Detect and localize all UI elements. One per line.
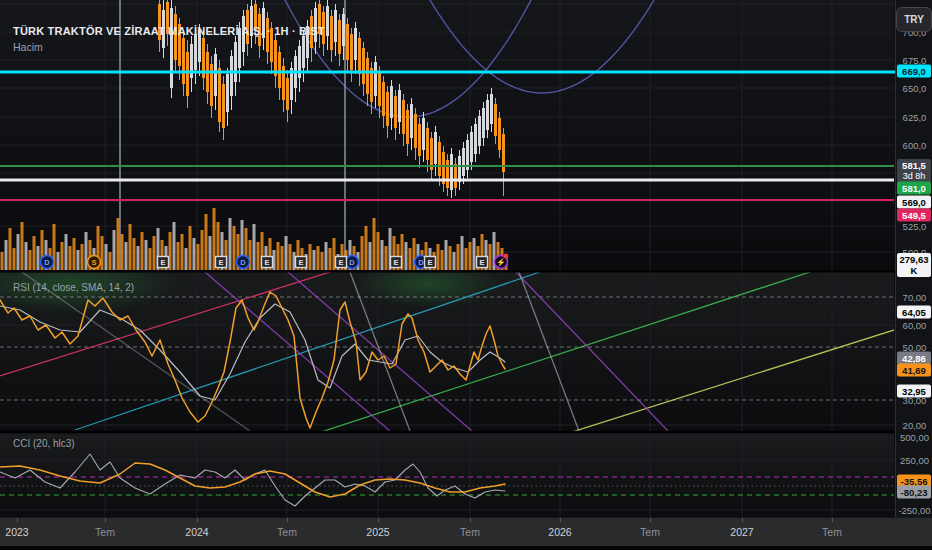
candle-body: [194, 34, 197, 70]
candle-body: [454, 164, 457, 188]
volume-bar: [21, 222, 24, 270]
earnings-marker-icon[interactable]: E: [158, 257, 169, 268]
chart-canvas[interactable]: DSEEDEEDEDEEE⚡: [0, 0, 932, 550]
volume-bar: [317, 246, 320, 270]
earnings-marker-icon[interactable]: E: [216, 257, 227, 268]
volume-bar: [73, 238, 76, 270]
volume-bar: [329, 248, 332, 270]
time-axis-label: 2027: [730, 526, 753, 538]
volume-bar: [313, 250, 316, 270]
volume-bar: [257, 242, 260, 270]
candle-body: [318, 4, 321, 34]
volume-bar: [469, 242, 472, 270]
time-tick: [832, 518, 833, 522]
axis-price-badge: 64,05: [897, 306, 931, 319]
candle-body: [362, 48, 365, 84]
volume-bar: [133, 238, 136, 270]
time-tick: [470, 518, 471, 522]
candle-body: [330, 16, 333, 50]
volume-bar: [61, 242, 64, 270]
candle-body: [314, 8, 317, 42]
earnings-marker-icon[interactable]: E: [477, 257, 488, 268]
volume-bar: [457, 244, 460, 270]
time-axis-label: Tem: [640, 526, 660, 538]
axis-price-badge: 32,95: [897, 385, 931, 398]
svg-text:E: E: [218, 258, 223, 267]
volume-bar: [321, 252, 324, 270]
volume-bar: [149, 248, 152, 270]
currency-toggle-button[interactable]: TRY: [896, 7, 932, 32]
volume-bar: [117, 218, 120, 270]
volume-bar: [369, 242, 372, 270]
volume-bar: [465, 248, 468, 270]
candle-body: [310, 16, 313, 48]
earnings-marker-icon[interactable]: E: [296, 257, 307, 268]
candle-body: [494, 104, 497, 136]
volume-bar: [209, 236, 212, 270]
candle-body: [482, 108, 485, 138]
axis-tick-label: 250,00: [896, 455, 932, 466]
axis-price-badge: 569,0: [897, 196, 931, 209]
time-axis[interactable]: 2023Tem2024Tem2025Tem2026Tem2027Tem: [0, 517, 932, 547]
axis-price-badge: 41,69: [897, 364, 931, 377]
candle-body: [242, 16, 245, 52]
candle-body: [174, 14, 177, 60]
axis-tick-label: 600,0: [896, 140, 932, 151]
earnings-marker-icon[interactable]: E: [425, 257, 436, 268]
candle-body: [366, 58, 369, 94]
candle-body: [158, 4, 161, 40]
dividend-marker-icon[interactable]: D: [41, 256, 54, 269]
candle-body: [338, 20, 341, 54]
candle-body: [410, 104, 413, 138]
earnings-marker-icon[interactable]: E: [336, 257, 347, 268]
candle-body: [346, 24, 349, 60]
volume-bar: [201, 230, 204, 270]
volume-bar: [65, 234, 68, 270]
volume-bar: [277, 242, 280, 270]
candle-body: [270, 28, 273, 62]
candle-body: [306, 26, 309, 58]
svg-text:E: E: [160, 258, 165, 267]
volume-bar: [153, 236, 156, 270]
volume-bar: [385, 246, 388, 270]
dividend-marker-icon[interactable]: D: [346, 256, 359, 269]
candle-body: [186, 52, 189, 96]
volume-bar: [365, 226, 368, 270]
candle-body: [486, 100, 489, 130]
volume-bar: [373, 218, 376, 270]
volume-bar: [473, 238, 476, 270]
candle-body: [278, 52, 281, 88]
dividend-marker-icon[interactable]: D: [237, 256, 250, 269]
volume-bar: [361, 236, 364, 270]
axis-tick-label: 70,00: [896, 292, 932, 303]
candle-body: [178, 24, 181, 66]
volume-bar: [105, 244, 108, 270]
volume-bar: [441, 250, 444, 270]
candle-body: [422, 118, 425, 150]
earnings-marker-icon[interactable]: E: [391, 257, 402, 268]
candle-body: [406, 110, 409, 144]
volume-bar: [121, 234, 124, 270]
svg-text:E: E: [264, 258, 269, 267]
volume-bar: [129, 224, 132, 270]
volume-bar: [177, 242, 180, 270]
candle-body: [198, 30, 201, 62]
volume-bar: [445, 240, 448, 270]
axis-price-badge: 669,0: [897, 65, 931, 78]
volume-bar: [205, 214, 208, 270]
candle-body: [438, 142, 441, 176]
notification-dot: [504, 254, 509, 259]
time-axis-label: 2024: [185, 526, 208, 538]
candle-body: [386, 92, 389, 126]
earnings-marker-icon[interactable]: E: [262, 257, 273, 268]
time-axis-label: Tem: [277, 526, 297, 538]
candle-body: [450, 154, 453, 190]
candle-body: [246, 10, 249, 44]
price-axis[interactable]: 700,0675,0650,0625,0600,0525,0500,0669,0…: [895, 0, 932, 517]
candle-body: [302, 36, 305, 68]
candle-body: [474, 124, 477, 154]
volume-bar: [193, 238, 196, 270]
split-marker-icon[interactable]: S: [88, 256, 101, 269]
axis-tick-label: 525,0: [896, 221, 932, 232]
time-tick: [17, 518, 18, 522]
